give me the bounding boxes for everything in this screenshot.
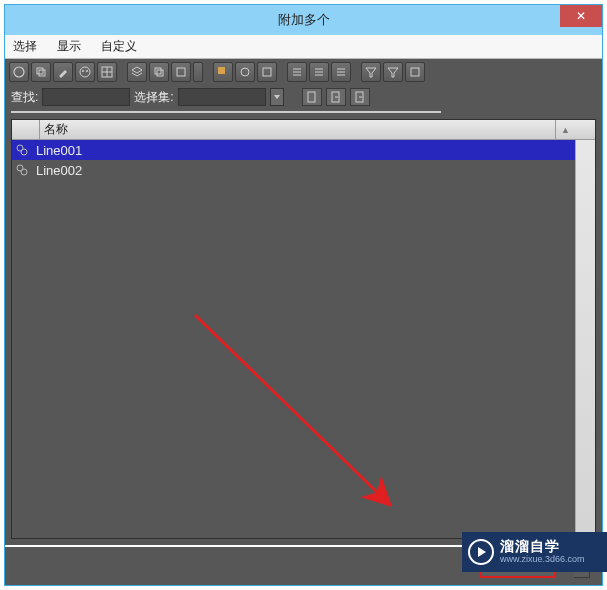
svg-point-5 [86,70,88,72]
watermark: 溜溜自学 www.zixue.3d66.com [462,532,607,572]
svg-point-3 [80,67,90,77]
tool-brush-icon[interactable] [53,62,73,82]
svg-rect-24 [411,68,419,76]
doc-button-1[interactable] [302,88,322,106]
header-name-col[interactable]: 名称 [40,121,555,138]
tool-copy-icon[interactable] [31,62,51,82]
tool-face-icon[interactable] [75,62,95,82]
menu-display[interactable]: 显示 [57,38,81,55]
selectset-input[interactable] [178,88,266,106]
dialog-window: 附加多个 ✕ 选择 显示 自定义 [4,4,603,586]
doc-button-2[interactable] [326,88,346,106]
content-area: 查找: 选择集: 名称 ▲ Line001 [5,59,602,585]
svg-rect-14 [263,68,271,76]
svg-point-0 [14,67,24,77]
row-label: Line001 [32,143,82,158]
tool-settings-icon[interactable] [405,62,425,82]
tool-sel3-icon[interactable] [257,62,277,82]
list-header[interactable]: 名称 ▲ [12,120,595,140]
list-row[interactable]: Line001 [12,140,575,160]
shape-icon [12,143,32,157]
list-row[interactable]: Line002 [12,160,575,180]
watermark-title: 溜溜自学 [500,539,585,554]
find-input[interactable] [42,88,130,106]
svg-point-4 [82,70,84,72]
vertical-scrollbar[interactable] [575,140,595,538]
svg-point-13 [241,68,249,76]
toolbar-divider [11,109,441,113]
selectset-label: 选择集: [134,89,173,106]
sort-indicator-icon[interactable]: ▲ [555,120,575,139]
svg-rect-11 [177,68,185,76]
svg-point-29 [21,149,27,155]
doc-button-3[interactable] [350,88,370,106]
tool-filter-icon[interactable] [361,62,381,82]
play-logo-icon [468,539,494,565]
tool-filter2-icon[interactable] [383,62,403,82]
toolbar [5,59,602,85]
titlebar[interactable]: 附加多个 ✕ [5,5,602,35]
menubar: 选择 显示 自定义 [5,35,602,59]
find-label: 查找: [11,89,38,106]
tool-dropdown-icon[interactable] [193,62,203,82]
close-button[interactable]: ✕ [560,5,602,27]
tool-sel2-icon[interactable] [235,62,255,82]
tool-stack-icon[interactable] [149,62,169,82]
list-container: 名称 ▲ Line001 Line002 [11,119,596,539]
svg-rect-9 [155,68,161,74]
window-title: 附加多个 [278,11,330,29]
tool-list3-icon[interactable] [331,62,351,82]
tool-list2-icon[interactable] [309,62,329,82]
tool-grid-icon[interactable] [97,62,117,82]
shape-icon [12,163,32,177]
tool-list1-icon[interactable] [287,62,307,82]
svg-rect-10 [157,70,163,76]
svg-rect-2 [39,70,45,76]
selectset-dropdown[interactable] [270,88,284,106]
close-icon: ✕ [576,9,586,23]
svg-rect-1 [37,68,43,74]
tool-box-icon[interactable] [171,62,191,82]
svg-point-31 [21,169,27,175]
svg-rect-12 [218,67,225,74]
tool-sel1-icon[interactable] [213,62,233,82]
tool-layers-icon[interactable] [127,62,147,82]
svg-rect-25 [308,92,315,102]
watermark-url: www.zixue.3d66.com [500,555,585,565]
row-label: Line002 [32,163,82,178]
list-body[interactable]: Line001 Line002 [12,140,595,538]
tool-sphere-icon[interactable] [9,62,29,82]
header-icon-col [12,120,40,139]
menu-select[interactable]: 选择 [13,38,37,55]
searchbar: 查找: 选择集: [5,85,602,109]
menu-custom[interactable]: 自定义 [101,38,137,55]
